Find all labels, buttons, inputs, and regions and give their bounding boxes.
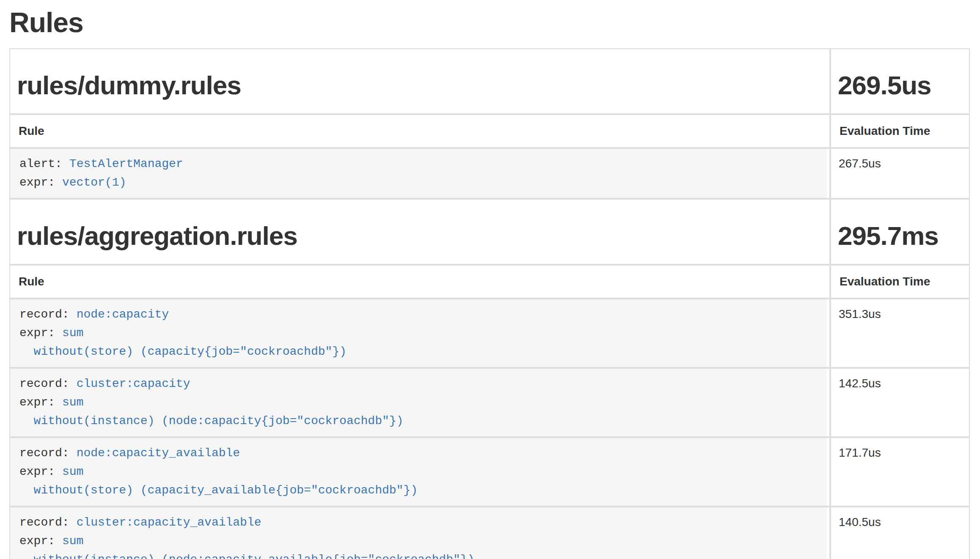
rule-definition: record:cluster:capacityexpr:sum without(… <box>10 369 827 436</box>
rule-cell: record:cluster:capacity_availableexpr:su… <box>9 507 830 559</box>
group-total-time-cell: 269.5us <box>830 48 970 114</box>
group-heading-row: rules/aggregation.rules 295.7ms <box>9 199 970 265</box>
group-file-cell: rules/aggregation.rules <box>9 199 830 265</box>
rule-kind-label: alert: <box>19 157 62 170</box>
column-header-row: Rule Evaluation Time <box>9 114 970 148</box>
rule-kind-label: record: <box>19 377 69 390</box>
rule-name-link[interactable]: node:capacity_available <box>77 447 240 460</box>
rule-cell: record:node:capacity_availableexpr:sum w… <box>9 437 830 507</box>
rule-cell: record:cluster:capacityexpr:sum without(… <box>9 368 830 437</box>
group-heading-row: rules/dummy.rules 269.5us <box>9 48 970 114</box>
rule-expr-link[interactable]: vector(1) <box>62 176 126 189</box>
group-file-name: rules/dummy.rules <box>17 71 823 100</box>
rule-expr-label: expr: <box>19 534 55 548</box>
rules-table: rules/dummy.rules 269.5us Rule Evaluatio… <box>9 48 970 559</box>
rule-column-header: Rule <box>9 114 830 148</box>
rule-row: record:node:capacity_availableexpr:sum w… <box>9 437 970 507</box>
rule-definition: alert:TestAlertManagerexpr:vector(1) <box>10 149 827 198</box>
rule-evaluation-time: 171.7us <box>830 437 970 507</box>
rule-row: alert:TestAlertManagerexpr:vector(1) 267… <box>9 148 970 199</box>
rule-name-link[interactable]: cluster:capacity <box>77 377 190 390</box>
evaluation-time-column-header: Evaluation Time <box>830 265 970 299</box>
rule-column-header: Rule <box>9 265 830 299</box>
page-title: Rules <box>9 7 970 38</box>
column-header-row: Rule Evaluation Time <box>9 265 970 299</box>
evaluation-time-column-header: Evaluation Time <box>830 114 970 148</box>
rule-definition: record:node:capacity_availableexpr:sum w… <box>10 438 827 506</box>
rule-expr-link[interactable]: sum without(instance) (node:capacity_ava… <box>19 534 474 559</box>
rule-kind-label: record: <box>19 516 69 529</box>
group-total-time: 295.7ms <box>838 222 962 250</box>
rule-cell: alert:TestAlertManagerexpr:vector(1) <box>9 148 830 199</box>
group-file-name: rules/aggregation.rules <box>17 222 823 250</box>
group-total-time-cell: 295.7ms <box>830 199 970 265</box>
rule-evaluation-time: 351.3us <box>830 299 970 368</box>
rule-expr-label: expr: <box>19 326 55 340</box>
rule-expr-link[interactable]: sum without(store) (capacity_available{j… <box>19 465 418 497</box>
page: Rules rules/dummy.rules 269.5us Rule Eva… <box>9 7 970 559</box>
group-total-time: 269.5us <box>838 71 962 100</box>
rule-name-link[interactable]: TestAlertManager <box>69 157 183 170</box>
rule-definition: record:cluster:capacity_availableexpr:su… <box>10 507 827 559</box>
group-file-cell: rules/dummy.rules <box>9 48 830 114</box>
rule-expr-link[interactable]: sum without(instance) (node:capacity{job… <box>19 396 403 427</box>
rule-expr-link[interactable]: sum without(store) (capacity{job="cockro… <box>19 326 347 358</box>
rule-definition: record:node:capacityexpr:sum without(sto… <box>10 299 827 367</box>
rule-evaluation-time: 267.5us <box>830 148 970 199</box>
rule-cell: record:node:capacityexpr:sum without(sto… <box>9 299 830 368</box>
rule-evaluation-time: 140.5us <box>830 507 970 559</box>
rule-expr-label: expr: <box>19 396 55 409</box>
rule-expr-label: expr: <box>19 176 55 189</box>
rule-evaluation-time: 142.5us <box>830 368 970 437</box>
rule-kind-label: record: <box>19 308 69 321</box>
rule-kind-label: record: <box>19 447 69 460</box>
rule-row: record:cluster:capacity_availableexpr:su… <box>9 507 970 559</box>
rule-name-link[interactable]: node:capacity <box>77 308 169 321</box>
rule-row: record:cluster:capacityexpr:sum without(… <box>9 368 970 437</box>
rule-name-link[interactable]: cluster:capacity_available <box>77 516 262 529</box>
rule-expr-label: expr: <box>19 465 55 478</box>
rule-row: record:node:capacityexpr:sum without(sto… <box>9 299 970 368</box>
